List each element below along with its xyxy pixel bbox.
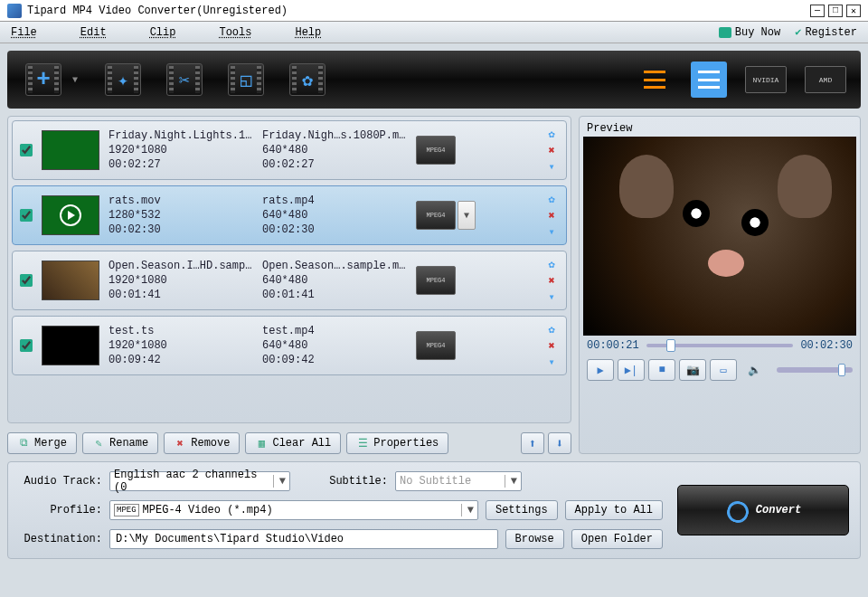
crop-icon: ◱ bbox=[241, 69, 251, 91]
merge-button[interactable]: ⧉Merge bbox=[7, 432, 77, 454]
close-button[interactable]: ✕ bbox=[846, 5, 861, 17]
minimize-button[interactable]: — bbox=[810, 5, 825, 17]
format-dropdown[interactable]: ▼ bbox=[458, 201, 476, 230]
title-bar: Tipard MP4 Video Converter(Unregistered)… bbox=[0, 0, 868, 22]
check-icon: ✔ bbox=[795, 25, 801, 39]
chevron-down-icon: ▼ bbox=[505, 475, 517, 488]
snapshot-button[interactable]: 📷 bbox=[679, 359, 706, 381]
row-delete-icon[interactable]: ✖ bbox=[544, 143, 559, 157]
play-button[interactable]: ▶ bbox=[587, 359, 614, 381]
apply-to-all-button[interactable]: Apply to All bbox=[565, 500, 663, 520]
clear-all-button[interactable]: ▦Clear All bbox=[245, 432, 341, 454]
crop-button[interactable]: ◱ bbox=[224, 58, 268, 101]
volume-icon[interactable]: 🔈 bbox=[741, 359, 768, 381]
menu-file[interactable]: File bbox=[11, 26, 37, 39]
chevron-down-icon: ▼ bbox=[273, 475, 286, 488]
file-checkbox[interactable] bbox=[20, 339, 33, 352]
dst-resolution: 640*480 bbox=[262, 209, 407, 222]
row-settings-icon[interactable]: ✿ bbox=[544, 127, 559, 141]
add-file-button[interactable]: + bbox=[22, 58, 65, 101]
effects-button[interactable]: ✦ bbox=[101, 58, 145, 101]
file-thumbnail bbox=[42, 261, 99, 300]
chevron-down-icon: ▼ bbox=[461, 504, 474, 516]
preview-panel: Preview 00:00:21 00:02:30 ▶ ▶| ■ 📷 ▭ 🔈 bbox=[579, 116, 861, 454]
row-delete-icon[interactable]: ✖ bbox=[544, 208, 559, 223]
scissors-icon: ✂ bbox=[179, 69, 190, 91]
menu-edit[interactable]: Edit bbox=[80, 26, 107, 39]
format-badge[interactable]: MPEG4 bbox=[416, 266, 456, 295]
open-folder-button[interactable]: Open Folder bbox=[571, 529, 663, 549]
merge-icon: ⧉ bbox=[17, 437, 30, 450]
audio-track-select[interactable]: English aac 2 channels (0▼ bbox=[109, 471, 290, 491]
file-list: Friday.Night.Lights.1080P.wmv1920*108000… bbox=[7, 116, 571, 423]
list-view-button[interactable] bbox=[637, 62, 673, 98]
plus-icon: + bbox=[36, 66, 51, 93]
trim-button[interactable]: ✂ bbox=[163, 58, 206, 101]
fullscreen-button[interactable]: ▭ bbox=[710, 359, 737, 381]
file-thumbnail bbox=[42, 326, 99, 365]
add-file-dropdown[interactable]: ▼ bbox=[72, 75, 83, 85]
file-thumbnail bbox=[42, 195, 99, 235]
preview-video[interactable] bbox=[583, 137, 856, 336]
preview-seek-slider[interactable] bbox=[646, 342, 794, 349]
volume-slider[interactable] bbox=[777, 367, 853, 373]
step-button[interactable]: ▶| bbox=[618, 359, 645, 381]
src-duration: 00:02:27 bbox=[108, 158, 253, 171]
maximize-button[interactable]: □ bbox=[828, 5, 843, 17]
profile-label: Profile: bbox=[19, 504, 102, 516]
menu-help[interactable]: Help bbox=[295, 26, 321, 39]
settings-tool-button[interactable]: ✿ bbox=[286, 58, 329, 101]
row-settings-icon[interactable]: ✿ bbox=[544, 192, 559, 206]
toolbar: + ▼ ✦ ✂ ◱ ✿ NVIDIA AMD bbox=[7, 51, 861, 109]
file-checkbox[interactable] bbox=[20, 274, 33, 287]
settings-button[interactable]: Settings bbox=[486, 500, 558, 520]
menu-clip[interactable]: Clip bbox=[150, 26, 176, 39]
file-checkbox[interactable] bbox=[20, 144, 33, 156]
row-collapse-icon[interactable]: ▾ bbox=[544, 289, 559, 304]
file-row[interactable]: Friday.Night.Lights.1080P.wmv1920*108000… bbox=[12, 120, 567, 180]
menu-bar: File Edit Clip Tools Help Buy Now ✔Regis… bbox=[0, 22, 868, 43]
file-row[interactable]: rats.mov1280*53200:02:30rats.mp4640*4800… bbox=[12, 185, 567, 245]
row-collapse-icon[interactable]: ▾ bbox=[544, 355, 559, 369]
row-settings-icon[interactable]: ✿ bbox=[544, 322, 559, 336]
row-delete-icon[interactable]: ✖ bbox=[544, 338, 559, 353]
move-up-button[interactable]: ⬆ bbox=[521, 432, 544, 454]
browse-button[interactable]: Browse bbox=[505, 529, 564, 549]
file-checkbox[interactable] bbox=[20, 209, 33, 222]
stop-button[interactable]: ■ bbox=[648, 359, 675, 381]
register-link[interactable]: ✔Register bbox=[795, 25, 857, 39]
format-badge[interactable]: MPEG4 bbox=[416, 331, 456, 360]
file-row[interactable]: test.ts1920*108000:09:42test.mp4640*4800… bbox=[12, 316, 567, 375]
row-collapse-icon[interactable]: ▾ bbox=[544, 224, 559, 239]
src-duration: 00:02:30 bbox=[108, 223, 253, 236]
pencil-icon: ✎ bbox=[92, 437, 105, 450]
move-down-button[interactable]: ⬇ bbox=[548, 432, 571, 454]
dst-duration: 00:02:27 bbox=[262, 158, 407, 171]
row-delete-icon[interactable]: ✖ bbox=[544, 273, 559, 288]
src-filename: rats.mov bbox=[108, 194, 253, 207]
cart-icon bbox=[719, 27, 731, 38]
remove-button[interactable]: ✖Remove bbox=[164, 432, 240, 454]
app-logo-icon bbox=[7, 4, 22, 18]
format-badge[interactable]: MPEG4 bbox=[416, 136, 456, 165]
dst-resolution: 640*480 bbox=[262, 339, 407, 352]
detail-view-button[interactable] bbox=[691, 62, 727, 98]
profile-select[interactable]: MPEGMPEG-4 Video (*.mp4)▼ bbox=[109, 500, 478, 520]
menu-tools[interactable]: Tools bbox=[219, 26, 251, 39]
rename-button[interactable]: ✎Rename bbox=[82, 432, 158, 454]
remove-icon: ✖ bbox=[174, 437, 186, 450]
file-row[interactable]: Open.Season.I…HD.sample.mkv1920*108000:0… bbox=[12, 251, 567, 310]
buy-now-link[interactable]: Buy Now bbox=[719, 26, 780, 39]
preview-label: Preview bbox=[583, 120, 856, 137]
row-settings-icon[interactable]: ✿ bbox=[544, 257, 559, 271]
dst-duration: 00:01:41 bbox=[262, 289, 407, 301]
row-collapse-icon[interactable]: ▾ bbox=[544, 159, 559, 174]
destination-input[interactable] bbox=[109, 529, 498, 549]
src-resolution: 1920*1080 bbox=[108, 274, 253, 287]
dst-filename: Friday.Nigh…s.1080P.mp4 bbox=[262, 129, 407, 142]
convert-button[interactable]: Convert bbox=[677, 485, 849, 535]
format-badge[interactable]: MPEG4 bbox=[416, 201, 456, 230]
subtitle-select[interactable]: No Subtitle▼ bbox=[395, 471, 522, 491]
properties-button[interactable]: ☰Properties bbox=[346, 432, 448, 454]
subtitle-label: Subtitle: bbox=[305, 475, 388, 488]
